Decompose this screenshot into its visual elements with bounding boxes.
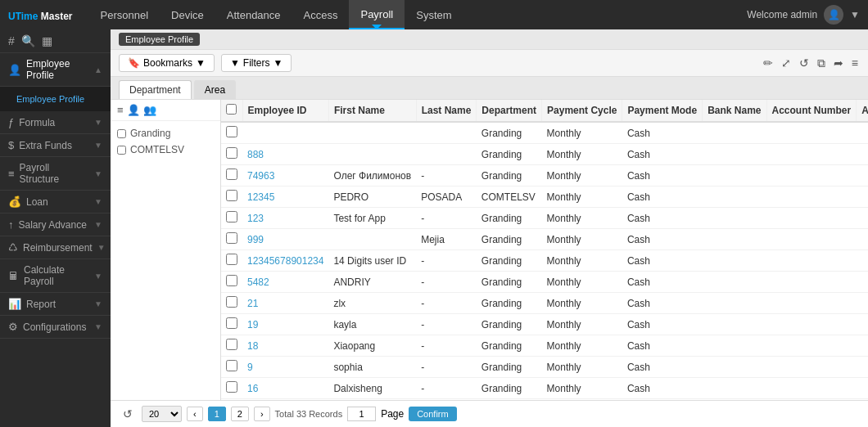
sidebar-payroll-structure-label: Payroll Structure (20, 162, 90, 185)
cell-bank-name (703, 165, 766, 187)
emp-id-link[interactable]: 19 (247, 319, 258, 330)
pagination-refresh-icon[interactable]: ↺ (119, 406, 137, 422)
page-1-button[interactable]: 1 (208, 407, 226, 421)
row-select-checkbox[interactable] (226, 126, 237, 137)
emp-id-link[interactable]: 9 (247, 362, 253, 373)
sidebar-search-icon[interactable]: 🔍 (21, 34, 35, 47)
sidebar-item-extra-funds[interactable]: $ Extra Funds ▼ (0, 134, 111, 157)
table-row: 12345678901234 14 Digits user ID - Grand… (221, 250, 868, 272)
row-select-checkbox[interactable] (226, 275, 237, 286)
filter-granding-label: Granding (130, 128, 170, 139)
cell-last-name: - (416, 314, 477, 335)
cell-bank-name (703, 335, 766, 357)
list-view-icon[interactable]: ≡ (117, 104, 124, 116)
nav-device[interactable]: Device (160, 0, 215, 29)
emp-id-link[interactable]: 888 (247, 149, 264, 160)
filter-comtelsv[interactable]: COMTELSV (117, 142, 214, 158)
row-select-checkbox[interactable] (226, 360, 237, 371)
sidebar-grid-icon[interactable]: ▦ (42, 34, 52, 47)
sidebar-item-calculate-payroll[interactable]: 🖩 Calculate Payroll ▼ (0, 259, 111, 293)
sidebar-loan-label: Loan (26, 196, 89, 208)
row-select-checkbox[interactable] (226, 211, 237, 222)
emp-id-link[interactable]: 74963 (247, 170, 274, 182)
sidebar-item-payroll-structure[interactable]: ≡ Payroll Structure ▼ (0, 157, 111, 191)
payroll-structure-icon: ≡ (8, 168, 15, 180)
row-checkbox-cell (221, 335, 242, 357)
page-jump-input[interactable] (347, 407, 376, 421)
sidebar-item-configurations[interactable]: ⚙ Configurations ▼ (0, 316, 111, 339)
per-page-select[interactable]: 20 50 100 (142, 406, 182, 422)
sidebar-tag-icon[interactable]: # (8, 34, 15, 47)
filters-button[interactable]: ▼ Filters ▼ (221, 54, 292, 72)
dropdown-icon[interactable]: ▼ (850, 9, 860, 20)
row-select-checkbox[interactable] (226, 381, 237, 393)
cell-department: COMTELSV (477, 187, 542, 208)
row-select-checkbox[interactable] (226, 190, 237, 201)
expand-toolbar-icon[interactable]: ⤢ (780, 55, 793, 71)
emp-id-link[interactable]: 18 (247, 340, 258, 352)
sidebar-item-loan[interactable]: 💰 Loan ▼ (0, 191, 111, 214)
row-select-checkbox[interactable] (226, 147, 237, 159)
cell-agent-id (857, 335, 868, 357)
nav-payroll[interactable]: Payroll (349, 0, 405, 29)
sidebar-sub-employee-profile[interactable]: Employee Profile (0, 90, 111, 108)
copy-toolbar-icon[interactable]: ⧉ (816, 55, 827, 72)
table-row: 888 Granding Monthly Cash ✏ (221, 144, 868, 165)
sidebar-item-formula[interactable]: ƒ Formula ▼ (0, 111, 111, 134)
user-single-icon[interactable]: 👤 (127, 104, 140, 116)
employee-table: Employee ID First Name Last Name Departm… (221, 100, 868, 400)
cell-payment-cycle: Monthly (542, 165, 622, 187)
edit-toolbar-icon[interactable]: ✏ (762, 55, 775, 71)
cell-first-name: Xiaopang (328, 335, 416, 357)
tab-department[interactable]: Department (119, 80, 192, 99)
filter-granding-checkbox[interactable] (117, 129, 126, 138)
row-checkbox-cell (221, 378, 242, 399)
table-row: 19 kayla - Granding Monthly Cash ✏ (221, 314, 868, 335)
filter-granding[interactable]: Granding (117, 125, 214, 142)
cell-agent-id (857, 293, 868, 314)
export-toolbar-icon[interactable]: ➦ (832, 55, 845, 71)
bookmark-icon: 🔖 (128, 57, 140, 69)
row-select-checkbox[interactable] (226, 232, 237, 244)
sidebar-item-report[interactable]: 📊 Report ▼ (0, 293, 111, 316)
th-last-name: Last Name (416, 100, 477, 122)
menu-toolbar-icon[interactable]: ≡ (850, 55, 860, 71)
emp-id-link[interactable]: 12345678901234 (247, 255, 323, 267)
emp-id-link[interactable]: 12345 (247, 191, 274, 203)
sidebar-item-reimbursement[interactable]: ♺ Reimbursement ▼ (0, 236, 111, 259)
row-select-checkbox[interactable] (226, 296, 237, 308)
nav-personnel[interactable]: Personnel (88, 0, 160, 29)
nav-system[interactable]: System (405, 0, 463, 29)
row-select-checkbox[interactable] (226, 254, 237, 265)
sidebar-item-salary-advance[interactable]: ↑ Salary Advance ▼ (0, 214, 111, 236)
emp-id-link[interactable]: 21 (247, 298, 258, 309)
page-2-button[interactable]: 2 (231, 407, 249, 421)
formula-arrow-icon: ▼ (94, 118, 102, 127)
row-select-checkbox[interactable] (226, 317, 237, 329)
emp-id-link[interactable]: 16 (247, 383, 258, 394)
confirm-page-button[interactable]: Confirm (409, 407, 457, 421)
cell-last-name: - (416, 357, 477, 378)
filter-comtelsv-checkbox[interactable] (117, 146, 126, 155)
user-group-icon[interactable]: 👥 (143, 104, 156, 116)
row-select-checkbox[interactable] (226, 339, 237, 350)
emp-id-link[interactable]: 5482 (247, 276, 269, 288)
cell-department: Granding (477, 229, 542, 250)
bookmarks-button[interactable]: 🔖 Bookmarks ▼ (119, 54, 215, 72)
select-all-checkbox[interactable] (226, 104, 237, 115)
next-page-button[interactable]: › (254, 407, 270, 421)
sidebar-item-employee-profile[interactable]: 👤 Employee Profile ▲ (0, 53, 111, 87)
cell-last-name: - (416, 293, 477, 314)
emp-id-link[interactable]: 123 (247, 213, 264, 224)
prev-page-button[interactable]: ‹ (187, 407, 203, 421)
emp-id-link[interactable]: 999 (247, 234, 264, 245)
action-bar: 🔖 Bookmarks ▼ ▼ Filters ▼ ✏ ⤢ ↺ ⧉ ➦ ≡ (111, 50, 868, 77)
nav-attendance[interactable]: Attendance (215, 0, 292, 29)
formula-icon: ƒ (8, 116, 14, 128)
row-select-checkbox[interactable] (226, 169, 237, 180)
nav-access[interactable]: Access (292, 0, 350, 29)
tab-area[interactable]: Area (194, 80, 236, 99)
refresh-toolbar-icon[interactable]: ↺ (798, 55, 811, 71)
cell-agent-id (857, 314, 868, 335)
user-avatar[interactable]: 👤 (824, 5, 843, 25)
